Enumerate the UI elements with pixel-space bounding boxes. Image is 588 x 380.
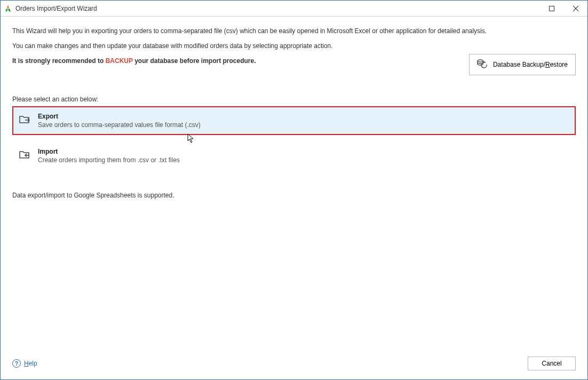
content-area: This Wizard will help you in exporting y…: [1, 17, 587, 354]
help-link[interactable]: ? Help: [12, 359, 37, 368]
maximize-button[interactable]: [539, 1, 563, 16]
maximize-icon: [549, 6, 554, 11]
wizard-window: Orders Import/Export Wizard This Wizard …: [0, 0, 588, 380]
app-icon: [4, 4, 12, 13]
svg-rect-0: [549, 6, 554, 11]
folder-import-icon: [19, 149, 30, 161]
titlebar: Orders Import/Export Wizard: [1, 1, 587, 17]
help-icon: ?: [12, 359, 21, 368]
footer: ? Help Cancel: [1, 354, 587, 379]
action-section-label: Please select an action below:: [12, 96, 576, 103]
export-title: Export: [38, 113, 201, 120]
close-icon: [573, 6, 578, 11]
intro-line-1: This Wizard will help you in exporting y…: [12, 27, 576, 35]
window-controls: [539, 1, 587, 16]
export-option[interactable]: Export Save orders to comma-separated va…: [12, 106, 576, 135]
intro-line-2: You can make changes and then update you…: [12, 42, 576, 50]
database-backup-restore-button[interactable]: Database Backup/Restore: [469, 54, 576, 75]
import-option[interactable]: Import Create orders importing them from…: [12, 141, 576, 170]
google-sheets-note: Data export/import to Google Spreadsheet…: [12, 192, 576, 199]
import-desc: Create orders importing them from .csv o…: [38, 156, 180, 164]
database-restore-icon: [477, 59, 488, 70]
import-title: Import: [38, 148, 180, 155]
export-desc: Save orders to comma-separated values fi…: [38, 121, 201, 129]
folder-export-icon: [19, 114, 30, 125]
svg-point-1: [478, 60, 483, 62]
cancel-button[interactable]: Cancel: [528, 357, 576, 370]
close-button[interactable]: [563, 1, 587, 16]
window-title: Orders Import/Export Wizard: [15, 5, 539, 12]
